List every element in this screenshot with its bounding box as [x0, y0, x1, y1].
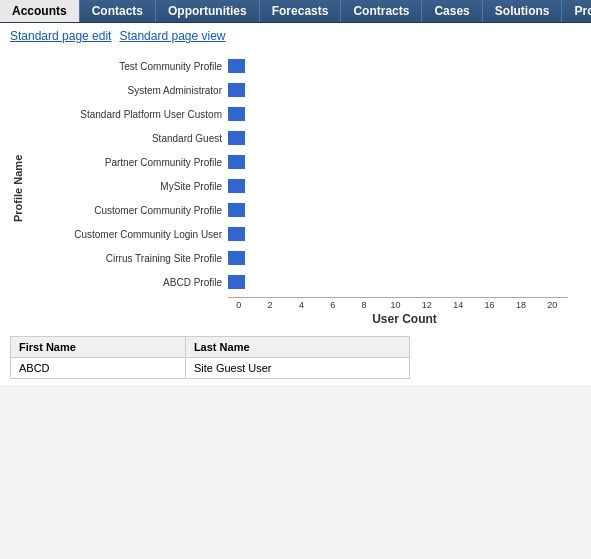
x-tick: 10	[380, 300, 411, 310]
x-tick: 18	[505, 300, 536, 310]
bar-row: MySite Profile	[28, 175, 581, 197]
x-tick: 14	[443, 300, 474, 310]
bar-row: Standard Guest	[28, 127, 581, 149]
x-tick: 12	[411, 300, 442, 310]
bar-fill	[228, 59, 245, 73]
bar-track	[228, 203, 581, 217]
chart-container: Profile Name Test Community ProfileSyste…	[10, 51, 581, 326]
chart-inner: Test Community ProfileSystem Administrat…	[28, 51, 581, 326]
bar-track	[228, 155, 581, 169]
data-table: First Name Last Name ABCDSite Guest User	[10, 336, 410, 379]
bar-label: Standard Guest	[28, 133, 228, 144]
bar-row: Standard Platform User Custom	[28, 103, 581, 125]
bar-fill	[228, 203, 245, 217]
bar-label: Cirrus Training Site Profile	[28, 253, 228, 264]
bar-fill	[228, 275, 245, 289]
nav-cases[interactable]: Cases	[422, 0, 482, 22]
table-row: ABCDSite Guest User	[11, 358, 410, 379]
nav-prod[interactable]: Prod...	[562, 0, 591, 22]
standard-page-edit-link[interactable]: Standard page edit	[10, 29, 111, 43]
bar-track	[228, 275, 581, 289]
x-tick: 8	[348, 300, 379, 310]
bar-label: System Administrator	[28, 85, 228, 96]
x-tick: 16	[474, 300, 505, 310]
bar-label: Customer Community Profile	[28, 205, 228, 216]
cell-first-name: ABCD	[11, 358, 186, 379]
bar-row: System Administrator	[28, 79, 581, 101]
bar-fill	[228, 227, 245, 241]
bar-label: MySite Profile	[28, 181, 228, 192]
bar-track	[228, 83, 581, 97]
bar-track	[228, 131, 581, 145]
nav-forecasts[interactable]: Forecasts	[260, 0, 342, 22]
x-tick: 4	[286, 300, 317, 310]
x-tick: 6	[317, 300, 348, 310]
bar-label: Standard Platform User Custom	[28, 109, 228, 120]
x-tick: 2	[254, 300, 285, 310]
nav-opportunities[interactable]: Opportunities	[156, 0, 260, 22]
bar-label: Partner Community Profile	[28, 157, 228, 168]
x-axis: 02468101214161820	[228, 297, 568, 310]
bars-area: Test Community ProfileSystem Administrat…	[28, 51, 581, 297]
nav-solutions[interactable]: Solutions	[483, 0, 563, 22]
x-axis-label: User Count	[228, 312, 581, 326]
cell-last-name: Site Guest User	[185, 358, 409, 379]
bar-fill	[228, 251, 245, 265]
bar-track	[228, 227, 581, 241]
bar-track	[228, 179, 581, 193]
navigation-bar: Accounts Contacts Opportunities Forecast…	[0, 0, 591, 23]
bar-fill	[228, 179, 245, 193]
bar-label: ABCD Profile	[28, 277, 228, 288]
bar-fill	[228, 107, 245, 121]
main-content: Standard page edit Standard page view Pr…	[0, 23, 591, 385]
page-links: Standard page edit Standard page view	[10, 29, 581, 43]
nav-contracts[interactable]: Contracts	[341, 0, 422, 22]
bar-row: Test Community Profile	[28, 55, 581, 77]
bar-row: Customer Community Login User	[28, 223, 581, 245]
bar-fill	[228, 155, 245, 169]
x-tick: 0	[223, 300, 254, 310]
col-first-name: First Name	[11, 337, 186, 358]
x-tick: 20	[537, 300, 568, 310]
standard-page-view-link[interactable]: Standard page view	[119, 29, 225, 43]
bar-track	[228, 59, 581, 73]
bar-fill	[228, 131, 245, 145]
bar-row: Partner Community Profile	[28, 151, 581, 173]
bar-label: Test Community Profile	[28, 61, 228, 72]
bar-row: Customer Community Profile	[28, 199, 581, 221]
y-axis-label: Profile Name	[10, 51, 26, 326]
nav-accounts[interactable]: Accounts	[0, 0, 80, 22]
bar-row: Cirrus Training Site Profile	[28, 247, 581, 269]
nav-contacts[interactable]: Contacts	[80, 0, 156, 22]
bar-fill	[228, 83, 245, 97]
bar-track	[228, 107, 581, 121]
bar-label: Customer Community Login User	[28, 229, 228, 240]
bar-track	[228, 251, 581, 265]
bar-row: ABCD Profile	[28, 271, 581, 293]
col-last-name: Last Name	[185, 337, 409, 358]
